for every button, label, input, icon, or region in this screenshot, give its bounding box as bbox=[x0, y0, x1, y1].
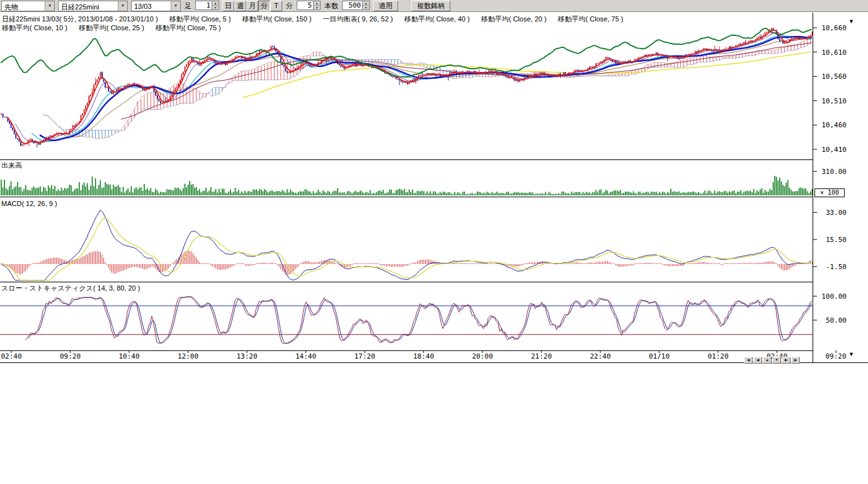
spin-down-icon[interactable]: ▼ bbox=[363, 6, 369, 9]
apply-button[interactable]: 適用 bbox=[373, 1, 398, 11]
legend-line-2: 移動平均( Close, 10 )移動平均( Close, 25 )移動平均( … bbox=[2, 23, 232, 33]
macd-axis-label: 15.50 bbox=[815, 236, 847, 244]
ashi-label: 足 bbox=[184, 1, 192, 11]
chart-scrollbar: ◀◀▲▼▶▶ bbox=[744, 357, 800, 364]
volume-multiplier-badge: × 100 bbox=[814, 188, 845, 197]
time-axis-label: 21:20 bbox=[528, 352, 556, 360]
chevron-down-icon[interactable]: ▼ bbox=[118, 1, 127, 11]
time-axis-label: 18:40 bbox=[410, 352, 438, 360]
volume-pane-label: 出来高 bbox=[1, 161, 22, 170]
legend-item: 移動平均( Close, 20 ) bbox=[481, 14, 547, 24]
time-axis-label: 10:40 bbox=[115, 352, 143, 360]
stoch-axis-label: 50.00 bbox=[815, 316, 847, 325]
chart-plot[interactable] bbox=[0, 0, 868, 366]
price-axis-scroll-down-icon[interactable]: ▼ bbox=[848, 19, 854, 25]
period-button-group: 日週月分T bbox=[222, 1, 282, 11]
chart-scroll-button-4[interactable]: ▶ bbox=[782, 357, 791, 364]
minute-stepper: ▲ ▼ bbox=[297, 1, 321, 11]
price-axis-label: 10,610 bbox=[815, 49, 847, 57]
market-select[interactable]: 先物 ▼ bbox=[1, 1, 55, 11]
time-axis-label: 13:20 bbox=[233, 352, 261, 360]
ashi-stepper: ▲ ▼ bbox=[195, 1, 219, 11]
macd-pane-label: MACD( 12, 26, 9 ) bbox=[1, 200, 57, 207]
time-axis-label: 01/10 bbox=[646, 352, 673, 360]
price-axis-label: 10,560 bbox=[815, 72, 847, 81]
legend-item: 日経225mini 13/03( 5分, 2013/01/08 - 2013/0… bbox=[2, 14, 158, 24]
legend-item: 移動平均( Close, 5 ) bbox=[169, 14, 231, 24]
legend-item: 移動平均( Close, 150 ) bbox=[242, 14, 311, 24]
period-button-日[interactable]: 日 bbox=[222, 1, 234, 11]
price-axis-label: 10,660 bbox=[815, 24, 847, 32]
legend-item: 移動平均( Close, 25 ) bbox=[79, 23, 144, 33]
period-button-月[interactable]: 月 bbox=[246, 1, 258, 11]
time-axis-label: 22:40 bbox=[586, 352, 614, 360]
chart-scroll-button-0[interactable]: ◀ bbox=[744, 357, 753, 364]
minute-input[interactable] bbox=[297, 1, 313, 10]
period-button-T[interactable]: T bbox=[270, 1, 282, 11]
volume-axis-label: 310.00 bbox=[815, 168, 847, 176]
time-axis-label: 01:20 bbox=[704, 352, 732, 360]
spin-down-icon[interactable]: ▼ bbox=[314, 6, 320, 9]
market-select-value: 先物 bbox=[2, 1, 45, 11]
stoch-pane-label: スロー・ストキャスティクス( 14, 3, 80, 20 ) bbox=[1, 284, 140, 293]
bars-input[interactable] bbox=[342, 1, 362, 10]
multi-symbol-button[interactable]: 複数銘柄 bbox=[411, 1, 450, 11]
period-button-週[interactable]: 週 bbox=[234, 1, 246, 11]
ashi-input[interactable] bbox=[195, 1, 212, 10]
symbol-select-value: 日経225mini bbox=[59, 1, 118, 11]
chart-scroll-button-2[interactable]: ▲ bbox=[763, 357, 772, 364]
legend-item: 移動平均( Close, 40 ) bbox=[404, 14, 470, 24]
toolbar: 先物 ▼ 日経225mini ▼ 13/03 ▼ 足 ▲ ▼ 日週月分T 分 ▲… bbox=[0, 0, 868, 12]
legend-item: 移動平均( Close, 10 ) bbox=[2, 23, 67, 33]
spin-down-icon[interactable]: ▼ bbox=[212, 6, 219, 9]
chevron-down-icon[interactable]: ▼ bbox=[171, 1, 180, 11]
spin-up-icon[interactable]: ▲ bbox=[212, 1, 219, 6]
spin-up-icon[interactable]: ▲ bbox=[314, 1, 320, 6]
chart-application-window: 先物 ▼ 日経225mini ▼ 13/03 ▼ 足 ▲ ▼ 日週月分T 分 ▲… bbox=[0, 0, 868, 484]
contract-select-value: 13/03 bbox=[132, 1, 171, 11]
contract-select[interactable]: 13/03 ▼ bbox=[131, 1, 181, 11]
period-button-分[interactable]: 分 bbox=[258, 1, 270, 11]
legend-line-1: 日経225mini 13/03( 5分, 2013/01/08 - 2013/0… bbox=[2, 14, 635, 24]
chevron-down-icon[interactable]: ▼ bbox=[45, 1, 54, 11]
price-axis-label: 10,510 bbox=[815, 97, 847, 105]
time-axis-label: 14:40 bbox=[292, 352, 320, 360]
macd-axis-label: -1.50 bbox=[815, 263, 847, 271]
chart-scroll-button-1[interactable]: ◀ bbox=[753, 357, 762, 364]
minute-label: 分 bbox=[285, 1, 294, 11]
price-axis-label: 10,460 bbox=[815, 121, 847, 129]
time-axis-scroll-down-icon[interactable]: ▼ bbox=[848, 352, 854, 357]
symbol-select[interactable]: 日経225mini ▼ bbox=[58, 1, 128, 11]
time-axis-label: 02:40 bbox=[0, 352, 25, 360]
legend-item: 移動平均( Close, 75 ) bbox=[156, 23, 221, 33]
time-axis-label: 09:20 bbox=[57, 352, 84, 360]
legend-item: 一目均衡表( 9, 26, 52 ) bbox=[323, 14, 392, 24]
time-axis-label: 20:00 bbox=[469, 352, 496, 360]
time-axis-label: 17:20 bbox=[351, 352, 379, 360]
spin-up-icon[interactable]: ▲ bbox=[363, 1, 369, 6]
time-axis-label: 12:00 bbox=[174, 352, 202, 360]
legend-item: 移動平均( Close, 75 ) bbox=[558, 14, 624, 24]
bars-stepper: ▲ ▼ bbox=[342, 1, 370, 11]
chart-scroll-button-5[interactable]: ▶ bbox=[791, 357, 800, 364]
stoch-axis-label: 100.00 bbox=[815, 292, 847, 301]
price-axis-label: 10,410 bbox=[815, 146, 847, 154]
chart-scroll-button-3[interactable]: ▼ bbox=[772, 357, 781, 364]
bars-label: 本数 bbox=[324, 1, 339, 11]
macd-axis-label: 33.00 bbox=[815, 209, 847, 217]
time-axis-label: 09:20 bbox=[822, 352, 850, 360]
